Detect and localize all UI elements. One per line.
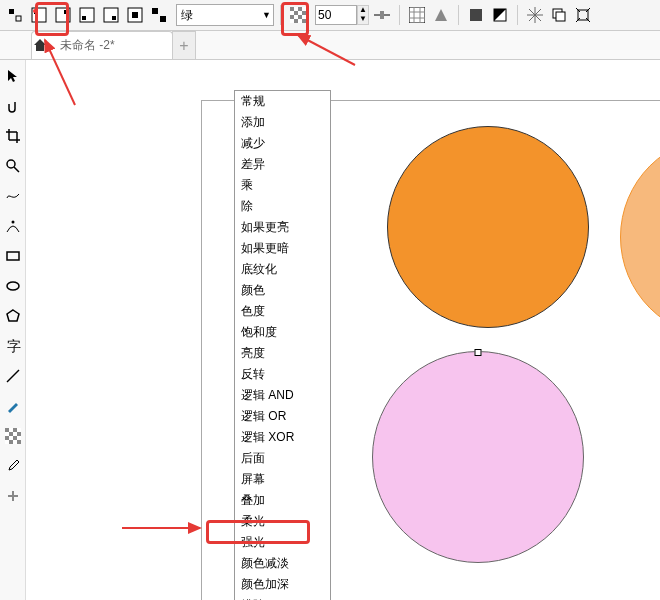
crop-tool[interactable] bbox=[3, 126, 23, 146]
dropdown-item[interactable]: 逻辑 AND bbox=[235, 385, 330, 406]
svg-rect-14 bbox=[160, 16, 166, 22]
dropdown-item[interactable]: 强光 bbox=[235, 532, 330, 553]
svg-rect-18 bbox=[294, 11, 298, 15]
triangle-icon[interactable] bbox=[430, 4, 452, 26]
dropdown-item[interactable]: 柔光 bbox=[235, 511, 330, 532]
dropdown-item[interactable]: 亮度 bbox=[235, 343, 330, 364]
blend-mode-select[interactable]: 绿 ▼ bbox=[176, 4, 274, 26]
dropdown-item[interactable]: 颜色加深 bbox=[235, 574, 330, 595]
svg-rect-67 bbox=[9, 440, 13, 444]
checker-icon[interactable] bbox=[287, 4, 309, 26]
text-tool[interactable]: 字 bbox=[3, 336, 23, 356]
svg-point-52 bbox=[7, 160, 15, 168]
dropdown-item[interactable]: 反转 bbox=[235, 364, 330, 385]
svg-line-53 bbox=[14, 167, 19, 172]
svg-point-54 bbox=[11, 221, 14, 224]
orange-circle[interactable] bbox=[387, 126, 589, 328]
contrast-icon[interactable] bbox=[489, 4, 511, 26]
opacity-input[interactable] bbox=[315, 5, 357, 25]
dropdown-item[interactable]: 常规 bbox=[235, 91, 330, 112]
dropdown-item[interactable]: 排除 bbox=[235, 595, 330, 600]
pan-tool[interactable] bbox=[3, 96, 23, 116]
zoom-tool[interactable] bbox=[3, 156, 23, 176]
svg-rect-16 bbox=[290, 7, 294, 11]
svg-rect-13 bbox=[152, 8, 158, 14]
svg-rect-17 bbox=[298, 7, 302, 11]
plus-tool[interactable] bbox=[3, 486, 23, 506]
svg-rect-8 bbox=[82, 16, 86, 20]
brush-tool[interactable] bbox=[3, 396, 23, 416]
tool-icon-7[interactable] bbox=[148, 4, 170, 26]
dropdown-item[interactable]: 色度 bbox=[235, 301, 330, 322]
home-icon[interactable] bbox=[32, 37, 48, 53]
pink-circle[interactable] bbox=[372, 351, 584, 563]
svg-rect-10 bbox=[112, 16, 116, 20]
svg-marker-46 bbox=[34, 39, 46, 51]
svg-rect-62 bbox=[13, 428, 17, 432]
tool-icon-3[interactable] bbox=[52, 4, 74, 26]
dropdown-item[interactable]: 屏幕 bbox=[235, 469, 330, 490]
curve-tool[interactable] bbox=[3, 216, 23, 236]
dropdown-item[interactable]: 逻辑 OR bbox=[235, 406, 330, 427]
tool-icon-1[interactable] bbox=[4, 4, 26, 26]
add-tab-button[interactable]: + bbox=[172, 31, 196, 59]
svg-rect-12 bbox=[132, 12, 138, 18]
dropdown-item[interactable]: 如果更暗 bbox=[235, 238, 330, 259]
star-icon[interactable] bbox=[524, 4, 546, 26]
svg-line-59 bbox=[7, 370, 19, 382]
tool-icon-4[interactable] bbox=[76, 4, 98, 26]
svg-rect-66 bbox=[13, 436, 17, 440]
dropdown-item[interactable]: 颜色减淡 bbox=[235, 553, 330, 574]
tab-title: 未命名 -2* bbox=[60, 38, 115, 52]
dropdown-item[interactable]: 后面 bbox=[235, 448, 330, 469]
svg-marker-57 bbox=[7, 310, 19, 321]
svg-rect-32 bbox=[470, 9, 482, 21]
svg-marker-47 bbox=[8, 70, 17, 82]
dropdown-item[interactable]: 如果更亮 bbox=[235, 217, 330, 238]
dropdown-item[interactable]: 添加 bbox=[235, 112, 330, 133]
svg-rect-23 bbox=[302, 19, 306, 23]
selection-handle[interactable] bbox=[475, 349, 482, 356]
tool-icon-6[interactable] bbox=[124, 4, 146, 26]
eyedropper-tool[interactable] bbox=[3, 456, 23, 476]
dropdown-item[interactable]: 除 bbox=[235, 196, 330, 217]
svg-text:字: 字 bbox=[7, 339, 21, 354]
dropdown-item[interactable]: 逻辑 XOR bbox=[235, 427, 330, 448]
dropdown-item[interactable]: 差异 bbox=[235, 154, 330, 175]
tool-icon-2[interactable] bbox=[28, 4, 50, 26]
fill-square-icon[interactable] bbox=[465, 4, 487, 26]
dropdown-arrow-icon: ▼ bbox=[262, 10, 271, 20]
svg-rect-64 bbox=[17, 432, 21, 436]
expand-icon[interactable] bbox=[572, 4, 594, 26]
svg-rect-61 bbox=[5, 428, 9, 432]
freehand-tool[interactable] bbox=[3, 186, 23, 206]
document-tab[interactable]: 未命名 -2* bbox=[31, 31, 173, 59]
svg-rect-55 bbox=[7, 252, 19, 260]
line-tool[interactable] bbox=[3, 366, 23, 386]
copy-icon[interactable] bbox=[548, 4, 570, 26]
cursor-tool[interactable] bbox=[3, 66, 23, 86]
opacity-stepper[interactable]: ▲▼ bbox=[357, 5, 369, 25]
light-orange-circle[interactable] bbox=[620, 136, 660, 338]
blend-mode-value: 绿 bbox=[181, 7, 193, 24]
dropdown-item[interactable]: 饱和度 bbox=[235, 322, 330, 343]
dropdown-item[interactable]: 叠加 bbox=[235, 490, 330, 511]
checker-tool[interactable] bbox=[3, 426, 23, 446]
svg-point-4 bbox=[33, 9, 37, 13]
dropdown-item[interactable]: 乘 bbox=[235, 175, 330, 196]
dropdown-item[interactable]: 底纹化 bbox=[235, 259, 330, 280]
slider-icon[interactable] bbox=[371, 4, 393, 26]
blend-mode-dropdown[interactable]: 常规添加减少差异乘除如果更亮如果更暗底纹化颜色色度饱和度亮度反转逻辑 AND逻辑… bbox=[234, 90, 331, 600]
ellipse-tool[interactable] bbox=[3, 276, 23, 296]
svg-rect-19 bbox=[302, 11, 306, 15]
dropdown-item[interactable]: 颜色 bbox=[235, 280, 330, 301]
polygon-tool[interactable] bbox=[3, 306, 23, 326]
tool-icon-5[interactable] bbox=[100, 4, 122, 26]
svg-rect-65 bbox=[5, 436, 9, 440]
dropdown-item[interactable]: 减少 bbox=[235, 133, 330, 154]
svg-marker-31 bbox=[435, 9, 447, 21]
svg-rect-40 bbox=[556, 12, 565, 21]
rectangle-tool[interactable] bbox=[3, 246, 23, 266]
grid-icon[interactable] bbox=[406, 4, 428, 26]
svg-rect-0 bbox=[9, 9, 14, 14]
